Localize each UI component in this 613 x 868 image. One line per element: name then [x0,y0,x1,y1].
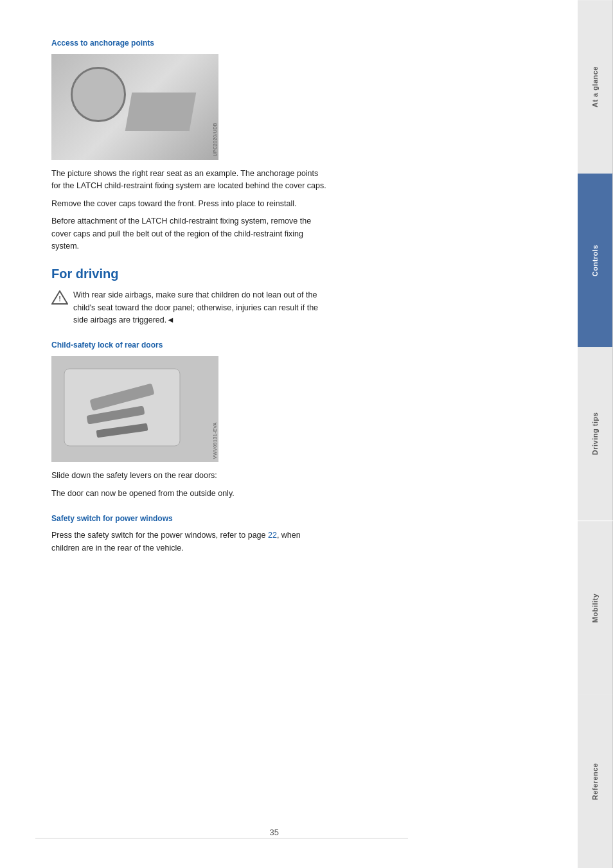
warning-icon: ! [51,290,68,305]
text-safety-switch: Press the safety switch for the power wi… [51,529,328,554]
door-image-svg [51,356,218,462]
page-divider-line [35,838,408,838]
sidebar-tab-driving-tips[interactable]: Driving tips [578,347,613,520]
image-watermark-1: UPC2020/UDB [213,123,217,157]
text-door-1: Slide down the safety levers on the rear… [51,470,328,482]
sidebar-tab-controls[interactable]: Controls [578,173,613,347]
page-number: 35 [270,828,279,837]
heading-safety-switch: Safety switch for power windows [51,514,539,523]
section-for-driving: For driving ! With rear side airbags, ma… [51,267,539,326]
text-anchorage-3: Before attachment of the LATCH child-res… [51,215,328,252]
section-access-anchorage: Access to anchorage points UPC2020/UDB T… [51,39,539,252]
image-watermark-2: VWV09131-EVA [213,422,217,459]
page-container: Access to anchorage points UPC2020/UDB T… [0,0,613,868]
heading-access-anchorage: Access to anchorage points [51,39,539,48]
sidebar-tab-label-controls: Controls [591,245,599,276]
text-anchorage-2: Remove the cover caps toward the front. … [51,198,328,210]
heading-child-safety-lock: Child-safety lock of rear doors [51,341,539,350]
page-link[interactable]: 22 [268,531,277,540]
image-anchorage: UPC2020/UDB [51,54,218,160]
sidebar-tab-label-mobility: Mobility [591,593,599,623]
section-safety-switch: Safety switch for power windows Press th… [51,514,539,554]
section-child-safety-lock: Child-safety lock of rear doors VWV09131… [51,341,539,500]
sidebar-tab-label-at-a-glance: At a glance [591,66,599,107]
warning-text: With rear side airbags, make sure that c… [73,289,328,326]
text-door-2: The door can now be opened from the outs… [51,488,328,500]
sidebar-tab-label-driving-tips: Driving tips [591,412,599,456]
image-door: VWV09131-EVA [51,356,218,462]
sidebar-tab-at-a-glance[interactable]: At a glance [578,0,613,173]
sidebar-tab-reference[interactable]: Reference [578,695,613,868]
text-anchorage-1: The picture shows the right rear seat as… [51,168,328,193]
main-content: Access to anchorage points UPC2020/UDB T… [0,0,578,868]
svg-text:!: ! [58,295,61,303]
sidebar-tab-label-reference: Reference [591,763,599,800]
sidebar-tab-mobility[interactable]: Mobility [578,521,613,695]
heading-for-driving: For driving [51,267,539,281]
warning-block: ! With rear side airbags, make sure that… [51,289,328,326]
sidebar: At a glance Controls Driving tips Mobili… [578,0,613,868]
